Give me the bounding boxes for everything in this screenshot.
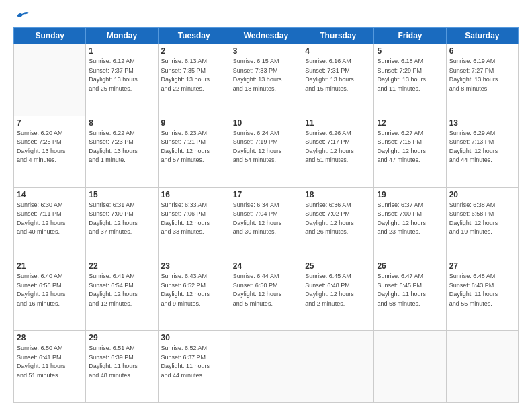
day-number: 7 [17,118,83,128]
day-number: 30 [161,333,227,342]
day-number: 16 [161,190,227,199]
day-info-line: Sunrise: 6:50 AM [17,344,83,353]
day-info-line: and 54 minutes. [233,156,299,165]
day-info-line: Daylight: 13 hours [449,75,515,85]
day-number: 10 [233,118,299,128]
day-info-line: Sunrise: 6:34 AM [233,201,299,210]
day-info-line: Sunrise: 6:48 AM [449,272,515,281]
day-info-line: and 22 minutes. [161,85,227,94]
day-info: Sunrise: 6:40 AMSunset: 6:56 PMDaylight:… [17,272,83,308]
day-info-line: and 18 minutes. [233,85,299,94]
calendar-week-row: 1Sunrise: 6:12 AMSunset: 7:37 PMDaylight… [14,44,519,116]
day-info-line: Sunrise: 6:33 AM [161,201,227,210]
day-info-line: and 4 minutes. [17,156,83,165]
calendar-cell: 23Sunrise: 6:43 AMSunset: 6:52 PMDayligh… [158,259,230,331]
day-info-line: Sunrise: 6:41 AM [89,272,154,281]
calendar-cell: 19Sunrise: 6:37 AMSunset: 7:00 PMDayligh… [374,187,446,259]
day-number: 26 [377,261,443,271]
day-number: 6 [449,46,515,56]
day-info-line: Daylight: 12 hours [161,290,227,300]
calendar-cell: 9Sunrise: 6:23 AMSunset: 7:21 PMDaylight… [158,116,230,187]
day-info-line: and 12 minutes. [89,300,154,309]
calendar-cell [302,331,374,403]
day-info-line: Sunset: 7:35 PM [161,66,227,76]
day-info-line: and 19 minutes. [449,228,515,237]
day-info-line: Daylight: 13 hours [233,75,299,85]
day-info-line: Daylight: 13 hours [89,75,154,85]
day-info-line: Daylight: 12 hours [89,290,154,300]
day-info-line: Daylight: 11 hours [17,362,83,371]
day-info: Sunrise: 6:30 AMSunset: 7:11 PMDaylight:… [17,201,83,237]
calendar-cell: 30Sunrise: 6:52 AMSunset: 6:37 PMDayligh… [158,331,230,403]
day-info-line: Sunset: 7:15 PM [377,138,443,147]
logo [13,11,30,20]
day-info-line: Daylight: 13 hours [89,147,154,156]
day-number: 20 [449,190,515,199]
day-info-line: Daylight: 12 hours [377,147,443,156]
day-info-line: Sunrise: 6:40 AM [17,272,83,281]
calendar-cell: 8Sunrise: 6:22 AMSunset: 7:23 PMDaylight… [86,116,158,187]
day-info-line: and 2 minutes. [305,300,371,309]
day-info-line: Daylight: 13 hours [377,75,443,85]
day-info-line: Daylight: 13 hours [17,147,83,156]
day-info: Sunrise: 6:45 AMSunset: 6:48 PMDaylight:… [305,272,371,308]
day-number: 14 [17,190,83,199]
calendar-cell: 28Sunrise: 6:50 AMSunset: 6:41 PMDayligh… [14,331,86,403]
day-info-line: Sunset: 6:43 PM [449,281,515,291]
day-info-line: Sunrise: 6:22 AM [89,129,154,138]
weekday-header: Thursday [302,28,374,44]
calendar-cell: 3Sunrise: 6:15 AMSunset: 7:33 PMDaylight… [230,44,302,116]
day-info-line: Sunrise: 6:51 AM [89,344,154,353]
day-info-line: Daylight: 11 hours [89,362,154,371]
day-info-line: Sunrise: 6:24 AM [233,129,299,138]
day-info: Sunrise: 6:29 AMSunset: 7:13 PMDaylight:… [449,129,515,165]
day-info-line: Sunset: 7:33 PM [233,66,299,76]
day-info-line: Sunset: 7:17 PM [305,138,371,147]
day-number: 28 [17,333,83,342]
day-info: Sunrise: 6:27 AMSunset: 7:15 PMDaylight:… [377,129,443,165]
day-info-line: Sunset: 7:29 PM [377,66,443,76]
day-info-line: Daylight: 12 hours [305,219,371,228]
day-info-line: Daylight: 13 hours [305,75,371,85]
day-info-line: and 57 minutes. [161,156,227,165]
day-info-line: and 51 minutes. [17,371,83,381]
day-info-line: Sunset: 7:19 PM [233,138,299,147]
calendar-cell: 12Sunrise: 6:27 AMSunset: 7:15 PMDayligh… [374,116,446,187]
weekday-header: Wednesday [230,28,302,44]
day-info-line: Sunrise: 6:37 AM [377,201,443,210]
calendar-cell: 1Sunrise: 6:12 AMSunset: 7:37 PMDaylight… [86,44,158,116]
day-number: 8 [89,118,154,128]
calendar-cell: 26Sunrise: 6:47 AMSunset: 6:45 PMDayligh… [374,259,446,331]
day-info-line: Sunset: 6:45 PM [377,281,443,291]
day-info-line: Sunrise: 6:23 AM [161,129,227,138]
day-info-line: Sunset: 7:23 PM [89,138,154,147]
day-info-line: and 26 minutes. [305,228,371,237]
calendar-cell [14,44,86,116]
day-info: Sunrise: 6:24 AMSunset: 7:19 PMDaylight:… [233,129,299,165]
day-info-line: Sunset: 6:48 PM [305,281,371,291]
calendar-cell: 20Sunrise: 6:38 AMSunset: 6:58 PMDayligh… [446,187,518,259]
day-number: 12 [377,118,443,128]
day-info-line: Sunset: 7:04 PM [233,210,299,219]
day-number: 24 [233,261,299,271]
day-info-line: Sunset: 7:25 PM [17,138,83,147]
day-info-line: and 16 minutes. [17,300,83,309]
calendar-cell: 4Sunrise: 6:16 AMSunset: 7:31 PMDaylight… [302,44,374,116]
day-info-line: Daylight: 12 hours [233,147,299,156]
calendar-cell: 17Sunrise: 6:34 AMSunset: 7:04 PMDayligh… [230,187,302,259]
day-info-line: Sunrise: 6:30 AM [17,201,83,210]
day-info-line: Sunset: 6:52 PM [161,281,227,291]
weekday-header: Monday [86,28,158,44]
day-info-line: Daylight: 12 hours [17,219,83,228]
day-info-line: Sunrise: 6:52 AM [161,344,227,353]
day-number: 13 [449,118,515,128]
day-info-line: and 30 minutes. [233,228,299,237]
calendar-cell: 18Sunrise: 6:36 AMSunset: 7:02 PMDayligh… [302,187,374,259]
day-info: Sunrise: 6:19 AMSunset: 7:27 PMDaylight:… [449,57,515,93]
logo-bird-icon [15,11,30,21]
day-info-line: Sunrise: 6:26 AM [305,129,371,138]
day-info: Sunrise: 6:36 AMSunset: 7:02 PMDaylight:… [305,201,371,237]
day-info-line: Daylight: 12 hours [233,219,299,228]
day-info-line: Sunset: 7:00 PM [377,210,443,219]
day-info-line: and 40 minutes. [17,228,83,237]
